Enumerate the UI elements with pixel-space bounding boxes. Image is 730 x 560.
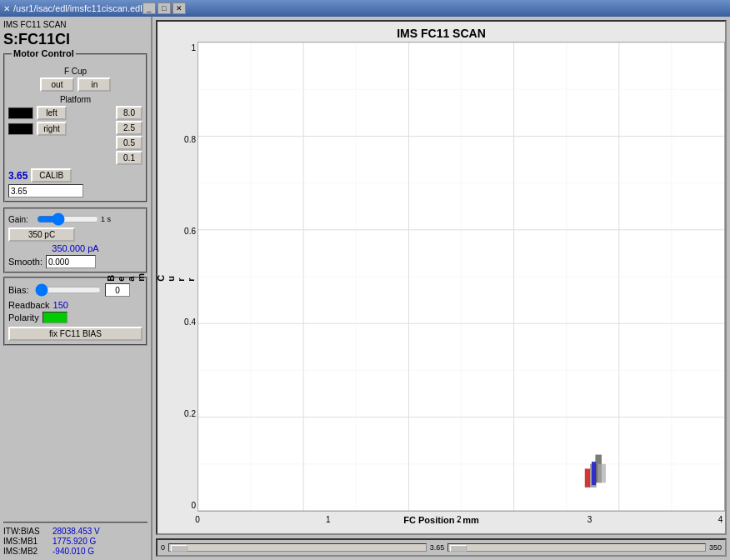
x-tick-4: 4 [718,515,723,524]
right-button[interactable]: right [37,122,67,136]
left-button[interactable]: left [37,106,67,120]
right-panel: IMS FC11 SCAN BeamCurrent 1 0.8 0.6 0.4 … [152,17,730,560]
maximize-button[interactable]: □ [158,2,171,14]
readback-row: Readback 150 [8,300,142,310]
position-value: 3.65 [8,170,28,182]
polarity-row: Polarity [8,312,142,323]
x-tick-2: 2 [457,515,462,524]
gain-label: Gain: [8,215,33,224]
status-label-1: IMS:MB1 [3,537,49,546]
scroll-track[interactable] [168,543,427,552]
chart-svg [198,42,725,512]
polarity-label: Polarity [8,312,39,322]
y-tick-1: 1 [191,43,198,52]
status-label-2: IMS:MB2 [3,547,49,556]
gain-slider-value: 1 s [101,215,111,223]
in-button[interactable]: in [78,78,111,92]
title-bar-title: /usr1/isac/edl/imsfc11ciscan.edl [13,3,142,13]
calib-button[interactable]: CALIB [31,168,72,182]
y-tick-06: 0.6 [184,227,198,236]
minimize-button[interactable]: _ [142,2,156,14]
status-value-1: 1775.920 G [52,537,96,546]
close-button[interactable]: ✕ [172,2,186,14]
bias-value-input[interactable] [105,283,130,297]
scroll-left-label: 0 [161,543,165,552]
readback-label: Readback [8,300,50,310]
x-tick-1: 1 [326,515,331,524]
status-value-0: 28038.453 V [52,527,100,536]
bias-slider[interactable] [35,285,102,295]
left-indicator [8,108,33,119]
x-tick-0: 0 [195,515,200,524]
fcup-label: F Cup [8,67,142,76]
svg-rect-23 [592,462,596,485]
gain-slider[interactable] [37,214,99,224]
smooth-row: Smooth: [8,255,142,268]
window-controls: _ □ ✕ [142,2,186,14]
app-title: IMS FC11 SCAN [3,20,148,29]
x-tick-3: 3 [588,515,592,524]
status-area: ITW:BIAS 28038.453 V IMS:MB1 1775.920 G … [3,522,148,557]
status-item-0: ITW:BIAS 28038.453 V [3,527,148,536]
bias-box: Bias: Readback 150 Polarity fix FC11 BIA… [3,277,148,346]
y-tick-04: 0.4 [184,318,198,327]
bias-row: Bias: [8,283,142,297]
gain-box: Gain: 1 s 350 pC 350.000 pA Smooth: [3,208,148,273]
y-tick-02: 0.2 [184,409,198,418]
fix-bias-button[interactable]: fix FC11 BIAS [8,327,142,341]
scroll-thumb-2[interactable] [450,545,467,552]
bias-label: Bias: [8,285,32,295]
fcup-buttons: out in [8,78,142,92]
y-tick-0: 0 [191,501,198,510]
svg-rect-24 [598,464,606,482]
step-2-5[interactable]: 2.5 [116,121,142,135]
smooth-label: Smooth: [8,257,42,267]
platform-label: Platform [8,95,142,104]
polarity-indicator [42,312,68,323]
app-subtitle: S:FC11Cl [3,31,148,48]
scroll-thumb[interactable] [171,545,188,552]
status-label-0: ITW:BIAS [3,527,49,536]
scroll-mid-label: 3.65 [430,543,445,552]
smooth-input[interactable] [46,255,96,268]
step-8[interactable]: 8.0 [116,106,142,120]
step-0-5[interactable]: 0.5 [116,136,142,150]
scroll-area: 0 3.65 350 [156,538,727,557]
svg-rect-22 [585,468,590,487]
chart-title: IMS FC11 SCAN [158,22,725,42]
main-container: IMS FC11 SCAN S:FC11Cl Motor Control F C… [0,17,730,560]
motor-control-title: Motor Control [12,48,76,58]
title-bar-icon: ✕ [3,4,10,13]
calib-row: 3.65 CALIB [8,168,142,182]
step-0-1[interactable]: 0.1 [116,151,142,165]
scroll-track-2[interactable] [448,543,706,552]
gain-slider-container: 1 s [37,214,111,224]
status-value-2: -940.010 G [52,547,94,556]
step-buttons: 8.0 2.5 0.5 0.1 [116,106,142,165]
scroll-right-label: 350 [709,543,722,552]
motor-control-box: Motor Control F Cup out in Platform left… [3,53,148,202]
left-panel: IMS FC11 SCAN S:FC11Cl Motor Control F C… [0,17,152,560]
readback-value: 150 [53,300,68,310]
title-bar: ✕ /usr1/isac/edl/imsfc11ciscan.edl _ □ ✕ [0,0,730,17]
current-value: 350.000 pA [8,243,142,253]
pC-button[interactable]: 350 pC [8,228,75,242]
gain-row: Gain: 1 s [8,214,142,224]
status-item-1: IMS:MB1 1775.920 G [3,537,148,546]
status-item-2: IMS:MB2 -940.010 G [3,547,148,556]
right-indicator [8,123,33,135]
chart-container: IMS FC11 SCAN BeamCurrent 1 0.8 0.6 0.4 … [156,20,727,535]
position-input[interactable] [8,184,83,198]
out-button[interactable]: out [40,78,75,92]
y-tick-08: 0.8 [184,135,198,144]
